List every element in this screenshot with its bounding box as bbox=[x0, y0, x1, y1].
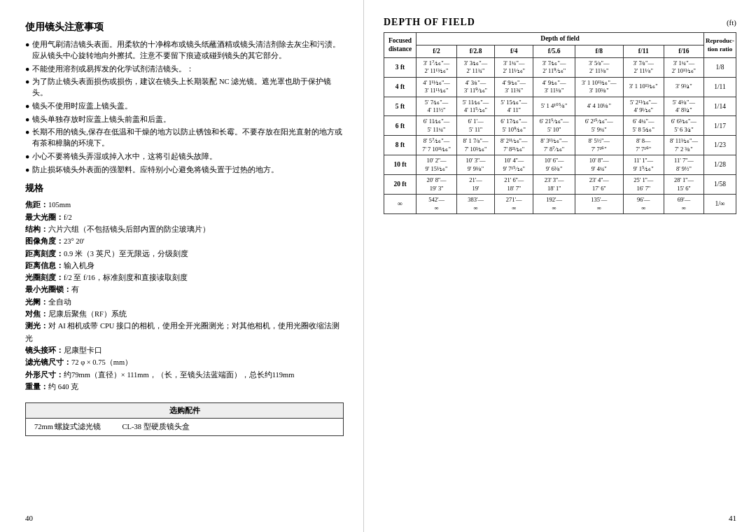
dist-cell: 4 ft bbox=[384, 77, 416, 97]
dof-cell: 6' 4¼"— 5' 8 5⁄₁₆" bbox=[623, 116, 664, 136]
bullet-text: 为了防止镜头表面损伤或损伤，建议在镜头上长期装配 NC 滤光镜。遮光罩也助于保护… bbox=[32, 76, 344, 99]
dof-cell: 4' 3⁄₈"— 3' 11⁹⁄₁₆" bbox=[457, 77, 495, 97]
bullet-text: 镜头单独存放时应盖上镜头前盖和后盖。 bbox=[32, 114, 344, 125]
dof-cell: 25' 1''— 16' 7'' bbox=[623, 175, 664, 195]
bullet-section: ●使用气刷清洁镜头表面。用柔软的十净棉布或镜头纸蘸酒精或镜头清洁剂除去灰尘和污渍… bbox=[25, 39, 344, 175]
accessory-box: 选购配件 72mm 螺旋式滤光镜 CL-38 型硬质镜头盒 bbox=[25, 402, 344, 436]
dof-cell: 5' 7⁄₁₆"— 4' 11½" bbox=[416, 97, 457, 116]
dof-cell: 8' 1 7⁄₈"— 7' 10³⁄₁₆" bbox=[457, 136, 495, 155]
dof-cell: 3' 7⁄₈"— 2' 11¹⁄₈" bbox=[623, 57, 664, 77]
table-row: 10 ft10' 2''— 9' 15¹⁄₁₆"10' 3''— 9' 9¹⁄₈… bbox=[384, 155, 736, 175]
repro-cell: 1/8 bbox=[704, 57, 736, 77]
bullet-dot: ● bbox=[25, 127, 29, 149]
dof-cell: 3' 1 10¹³⁄₁₆"— 3' 10³⁄₈" bbox=[575, 77, 623, 97]
aperture-header: f/16 bbox=[664, 45, 704, 57]
page-num-right: 41 bbox=[729, 514, 736, 522]
aperture-header: f/11 bbox=[623, 45, 664, 57]
aperture-header: f/2.8 bbox=[457, 45, 495, 57]
bullet-item: ●长期不用的镜头,保存在低温和干燥的地方以防止锈蚀和长霉。不要存放在阳光直射的地… bbox=[25, 127, 344, 149]
bullet-dot: ● bbox=[25, 76, 29, 99]
dof-cell: 5' 15⁄₁₆"— 4' 11'' bbox=[495, 97, 533, 116]
dof-cell: 21' 6''— 18' 7'' bbox=[495, 175, 533, 195]
dof-cell: 10' 6''— 9' 6³⁄₈" bbox=[533, 155, 575, 175]
dof-cell: 135'— ∞ bbox=[575, 195, 623, 214]
bullet-dot: ● bbox=[25, 39, 29, 62]
dof-cell: 542'— ∞ bbox=[416, 195, 457, 214]
col-dof-header: Depth of field bbox=[416, 33, 704, 46]
dof-cell: 28' 1''— 15' 6'' bbox=[664, 175, 704, 195]
bullet-dot: ● bbox=[25, 101, 29, 112]
dof-cell: 6' 11⁄₁₆"— 5' 11¼" bbox=[416, 116, 457, 136]
spec-item: 重量：约 640 克 bbox=[25, 381, 344, 393]
bullet-item: ●不能使用溶剂或易挥发的化学试剂清洁镜头。： bbox=[25, 64, 344, 75]
aperture-header: f/5.6 bbox=[533, 45, 575, 57]
spec-item: 光阑：全自动 bbox=[25, 296, 344, 308]
dof-cell: 10' 4''— 9' 7¹⁵⁄₁₆" bbox=[495, 155, 533, 175]
spec-item: 镜头接环：尼康型卡口 bbox=[25, 344, 344, 356]
dof-cell: 6' 6³⁄₁₆"— 5' 6 3⁄₄" bbox=[664, 116, 704, 136]
dof-cell: 6' 21⁵⁄₁₆"— 5' 10'' bbox=[533, 116, 575, 136]
table-row: 8 ft8' 5⁷⁄₁₆"— 7' 7 10¹¹⁄₁₆"8' 1 7⁄₈"— 7… bbox=[384, 136, 736, 155]
accessory-item-2: CL-38 型硬质镜头盒 bbox=[122, 422, 189, 432]
dof-cell: 21'— 19' bbox=[457, 175, 495, 195]
accessory-content: 72mm 螺旋式滤光镜 CL-38 型硬质镜头盒 bbox=[26, 419, 343, 435]
dof-cell: 11' 7''— 8' 9½" bbox=[664, 155, 704, 175]
dist-cell: 20 ft bbox=[384, 175, 416, 195]
spec-title: 规格 bbox=[25, 182, 344, 195]
dof-cell: 6' 2¹⁵⁄₁₆"— 5' 9¼" bbox=[575, 116, 623, 136]
dof-unit: (ft) bbox=[727, 18, 736, 27]
dof-cell: 3' 5⁄₈"— 2' 11³⁄₈" bbox=[575, 57, 623, 77]
bullet-text: 使用气刷清洁镜头表面。用柔软的十净棉布或镜头纸蘸酒精或镜头清洁剂除去灰尘和污渍。… bbox=[32, 39, 344, 62]
aperture-header-row: f/2f/2.8f/4f/5.6f/8f/11f/16 bbox=[384, 45, 736, 57]
dof-cell: 23' 4''— 17' 6'' bbox=[575, 175, 623, 195]
spec-item: 外形尺寸：约79mm（直径）× 111mm，（长，至镜头法蓝端面），总长约119… bbox=[25, 369, 344, 381]
repro-cell: 1/28 bbox=[704, 155, 736, 175]
dof-cell: 8' 11³⁄₁₆"— 7' 2 ³⁄₈" bbox=[664, 136, 704, 155]
dof-table: Focuseddistance Depth of field Reproduc-… bbox=[384, 32, 736, 214]
dof-cell: 3' 3⁄₁₆"— 2' 11¾" bbox=[457, 57, 495, 77]
dof-cell: 20' 8''— 19' 3'' bbox=[416, 175, 457, 195]
dof-cell: 11' 1''— 9' 1⁵⁄₁₆" bbox=[623, 155, 664, 175]
repro-cell: 1/∞ bbox=[704, 195, 736, 214]
dof-cell: 4' 4 10¹⁄₈" bbox=[575, 97, 623, 116]
dof-cell: 6' 1'— 5' 11'' bbox=[457, 116, 495, 136]
dist-cell: 6 ft bbox=[384, 116, 416, 136]
aperture-header: f/8 bbox=[575, 45, 623, 57]
bullet-item: ●镜头单独存放时应盖上镜头前盖和后盖。 bbox=[25, 114, 344, 125]
spec-item: 距离刻度：0.9 米（3 英尺）至无限远，分级刻度 bbox=[25, 248, 344, 260]
dof-cell: 3' 1⁷⁄₁₆"— 2' 11¹³⁄₁₆" bbox=[416, 57, 457, 77]
dof-cell: 4' 9⁄₁₆"— 3' 11¹⁄₈" bbox=[533, 77, 575, 97]
dof-cell: 69'— ∞ bbox=[664, 195, 704, 214]
dist-cell: 3 ft bbox=[384, 57, 416, 77]
repro-cell: 1/14 bbox=[704, 97, 736, 116]
bullet-item: ●为了防止镜头表面损伤或损伤，建议在镜头上长期装配 NC 滤光镜。遮光罩也助于保… bbox=[25, 76, 344, 99]
left-section-title: 使用镜头注意事项 bbox=[25, 21, 344, 34]
dist-cell: 10 ft bbox=[384, 155, 416, 175]
dof-cell: 4' 1¹¹⁄₁₆"— 3' 11¹¹⁄₁₆" bbox=[416, 77, 457, 97]
dof-cell: 5' 4¹⁄₈"— 4' 8³⁄₄" bbox=[664, 97, 704, 116]
spec-item: 光圈刻度：f/2 至 f/16，标准刻度和直接读取刻度 bbox=[25, 272, 344, 284]
spec-item: 测光：对 AI 相机或带 CPU 接口的相机，使用全开光圈测光；对其他相机，使用… bbox=[25, 320, 344, 344]
dof-cell: 271'— ∞ bbox=[495, 195, 533, 214]
dof-cell: 8' 3¹³⁄₁₆"— 7' 8⁷⁄₁₆" bbox=[533, 136, 575, 155]
col-repro-header: Reproduc-tion ratio bbox=[704, 33, 736, 58]
left-page: 使用镜头注意事项 ●使用气刷清洁镜头表面。用柔软的十净棉布或镜头纸蘸酒精或镜头清… bbox=[0, 0, 364, 532]
bullet-item: ●镜头不使用时应盖上镜头盖。 bbox=[25, 101, 344, 112]
repro-cell: 1/23 bbox=[704, 136, 736, 155]
bullet-item: ●防止损坏镜头外表面的强塑料。应特别小心避免将镜头置于过热的地方。 bbox=[25, 164, 344, 176]
dof-cell: 8' 5½"— 7' 7¹⁶" bbox=[575, 136, 623, 155]
spec-item: 结构：六片六组（不包括镜头后部内置的防尘玻璃片） bbox=[25, 223, 344, 235]
spec-item: 滤光镜尺寸：72 φ × 0.75（mm） bbox=[25, 356, 344, 368]
dof-cell: 192'— ∞ bbox=[533, 195, 575, 214]
spec-item: 焦距：105mm bbox=[25, 199, 344, 211]
dof-cell: 10' 8''— 9' 4¼" bbox=[575, 155, 623, 175]
page-num-left: 40 bbox=[25, 514, 33, 522]
spec-item: 距离信息：输入机身 bbox=[25, 260, 344, 272]
dof-cell: 4' 9⁄₁₆"— 3' 11⅜" bbox=[495, 77, 533, 97]
dof-cell: 10' 2''— 9' 15¹⁄₁₆" bbox=[416, 155, 457, 175]
spec-item: 图像角度：23° 20' bbox=[25, 235, 344, 247]
table-row: 20 ft20' 8''— 19' 3''21'— 19'21' 6''— 18… bbox=[384, 175, 736, 195]
dof-cell: 96'— ∞ bbox=[623, 195, 664, 214]
dof-header: DEPTH OF FIELD (ft) bbox=[384, 17, 736, 28]
dof-cell: 8' 5⁷⁄₁₆"— 7' 7 10¹¹⁄₁₆" bbox=[416, 136, 457, 155]
